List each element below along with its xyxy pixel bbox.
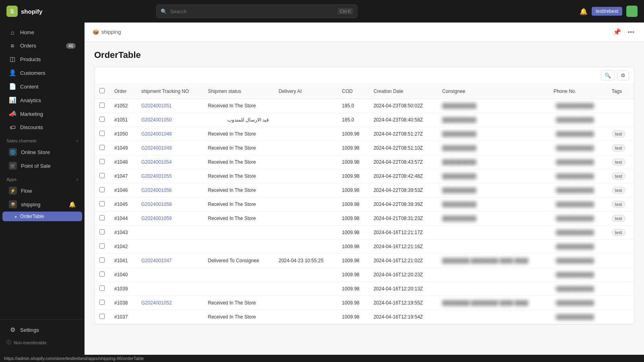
- pos-icon: 🛒: [9, 162, 17, 170]
- tag-badge[interactable]: test: [612, 187, 625, 194]
- tag-badge[interactable]: test: [612, 158, 625, 166]
- creation-date: 2024-04-22T08:51:10Z: [369, 141, 438, 155]
- tracking-number[interactable]: G2024001055: [136, 169, 203, 183]
- row-checkbox[interactable]: [99, 286, 105, 291]
- tag-badge[interactable]: test: [612, 130, 625, 138]
- row-checkbox[interactable]: [99, 159, 105, 164]
- tag-badge[interactable]: test: [612, 144, 625, 152]
- sidebar-item-label: Analytics: [20, 97, 41, 103]
- tracking-number: [136, 282, 203, 296]
- sidebar-sub-item-order-table[interactable]: ● OrderTable: [2, 212, 82, 221]
- user-name[interactable]: testtrebest: [592, 7, 622, 16]
- col-cod: COD: [337, 84, 369, 99]
- tracking-number[interactable]: G2024001048: [136, 127, 203, 141]
- tracking-link[interactable]: G2024001048: [141, 131, 172, 137]
- cod-value: 1009.98: [337, 127, 369, 141]
- tracking-link[interactable]: G2024001052: [141, 300, 172, 306]
- cod-value: 1009.98: [337, 254, 369, 268]
- delivery-ai: [274, 183, 337, 197]
- row-checkbox[interactable]: [99, 131, 105, 136]
- statusbar-url: https://admin.shopify.com/store/testtreb…: [4, 356, 144, 361]
- tag-badge[interactable]: test: [612, 173, 625, 180]
- sidebar-item-marketing[interactable]: 📣 Marketing: [2, 107, 82, 120]
- tracking-link[interactable]: G2024001059: [141, 216, 172, 221]
- row-checkbox[interactable]: [99, 187, 105, 192]
- tags: test: [607, 127, 634, 141]
- sidebar-item-customers[interactable]: 👤 Customers: [2, 66, 82, 79]
- row-checkbox[interactable]: [99, 272, 105, 277]
- shipment-status: Received In The Store: [203, 155, 274, 169]
- tracking-link[interactable]: G2024001051: [141, 103, 172, 109]
- creation-date: 2024-04-16T12:21:02Z: [369, 254, 438, 268]
- consignee: ██████████: [437, 212, 549, 226]
- tag-badge[interactable]: test: [612, 229, 625, 236]
- row-checkbox[interactable]: [99, 201, 105, 206]
- tracking-number[interactable]: G2024001059: [136, 212, 203, 226]
- row-checkbox[interactable]: [99, 103, 105, 108]
- sidebar-item-content[interactable]: 📄 Content: [2, 80, 82, 93]
- sidebar-item-home[interactable]: ⌂ Home: [2, 26, 82, 39]
- online-store-icon: 🌐: [9, 148, 17, 156]
- sidebar-item-point-of-sale[interactable]: 🛒 Point of Sale: [2, 159, 82, 172]
- sidebar-item-flow[interactable]: ⚡ Flow: [2, 184, 82, 197]
- logo[interactable]: S shopify: [6, 6, 42, 17]
- tag-badge[interactable]: test: [612, 201, 625, 208]
- tracking-number[interactable]: G2024001052: [136, 296, 203, 310]
- search-input[interactable]: [170, 8, 335, 14]
- more-icon[interactable]: •••: [626, 27, 636, 37]
- tracking-number[interactable]: G2024001047: [136, 254, 203, 268]
- order-number: #1050: [109, 127, 136, 141]
- apps-section[interactable]: Apps ›: [0, 173, 85, 184]
- tracking-link[interactable]: G2024001050: [141, 117, 172, 123]
- consignee: ████████ ████████ ████ ████: [437, 254, 549, 268]
- tracking-link[interactable]: G2024001056: [141, 187, 172, 193]
- tracking-number[interactable]: G2024001051: [136, 99, 203, 113]
- tracking-link[interactable]: G2024001047: [141, 258, 172, 263]
- tracking-number[interactable]: G2024001049: [136, 141, 203, 155]
- sales-channels-section[interactable]: Sales channels ›: [0, 134, 85, 145]
- tracking-link[interactable]: G2024001058: [141, 202, 172, 207]
- user-avatar[interactable]: [626, 6, 638, 17]
- row-checkbox[interactable]: [99, 257, 105, 263]
- sidebar-item-products[interactable]: ◫ Products: [2, 53, 82, 66]
- row-checkbox[interactable]: [99, 243, 105, 249]
- tracking-number[interactable]: G2024001058: [136, 197, 203, 212]
- tracking-link[interactable]: G2024001054: [141, 159, 172, 165]
- sidebar-item-analytics[interactable]: 📊 Analytics: [2, 94, 82, 107]
- row-checkbox[interactable]: [99, 117, 105, 122]
- select-all-checkbox[interactable]: [99, 88, 105, 93]
- tracking-link[interactable]: G2024001055: [141, 173, 172, 179]
- tracking-link[interactable]: G2024001049: [141, 145, 172, 151]
- pin-icon[interactable]: 📌: [611, 27, 623, 37]
- bell-icon: 🔔: [69, 201, 76, 208]
- tracking-number[interactable]: G2024001056: [136, 183, 203, 197]
- sidebar-item-shipping[interactable]: 📦 shipping 🔔: [2, 198, 82, 211]
- row-checkbox[interactable]: [99, 314, 105, 319]
- search-toolbar-button[interactable]: 🔍: [601, 70, 615, 80]
- content-icon: 📄: [9, 83, 16, 90]
- row-checkbox[interactable]: [99, 215, 105, 220]
- sidebar-item-online-store[interactable]: 🌐 Online Store: [2, 146, 82, 158]
- tags: test: [607, 155, 634, 169]
- search-bar[interactable]: 🔍 Ctrl K: [156, 4, 357, 18]
- order-table-container: 🔍 ⚙ Order shipment Tracking NO Shipmen s…: [94, 67, 634, 325]
- sidebar-item-discounts[interactable]: 🏷 Discounts: [2, 121, 82, 134]
- shipment-status: [203, 240, 274, 254]
- order-number: #1052: [109, 99, 136, 113]
- notification-icon[interactable]: 🔔: [580, 8, 588, 15]
- filter-toolbar-button[interactable]: ⚙: [617, 70, 629, 80]
- sidebar-item-label: Point of Sale: [21, 163, 51, 169]
- row-checkbox[interactable]: [99, 300, 105, 305]
- table-row: #1050 G2024001048 Received In The Store …: [95, 127, 634, 141]
- sidebar-item-orders[interactable]: ≡ Orders 46: [2, 39, 82, 52]
- row-checkbox[interactable]: [99, 229, 105, 234]
- delivery-ai: [274, 155, 337, 169]
- tag-badge[interactable]: test: [612, 215, 625, 222]
- row-checkbox[interactable]: [99, 173, 105, 178]
- sidebar-item-settings[interactable]: ⚙ Settings: [2, 323, 82, 336]
- tracking-number[interactable]: G2024001050: [136, 113, 203, 127]
- row-checkbox[interactable]: [99, 145, 105, 150]
- tracking-number[interactable]: G2024001054: [136, 155, 203, 169]
- phone-number: +███████████: [549, 212, 607, 226]
- col-tags: Tags: [607, 84, 634, 99]
